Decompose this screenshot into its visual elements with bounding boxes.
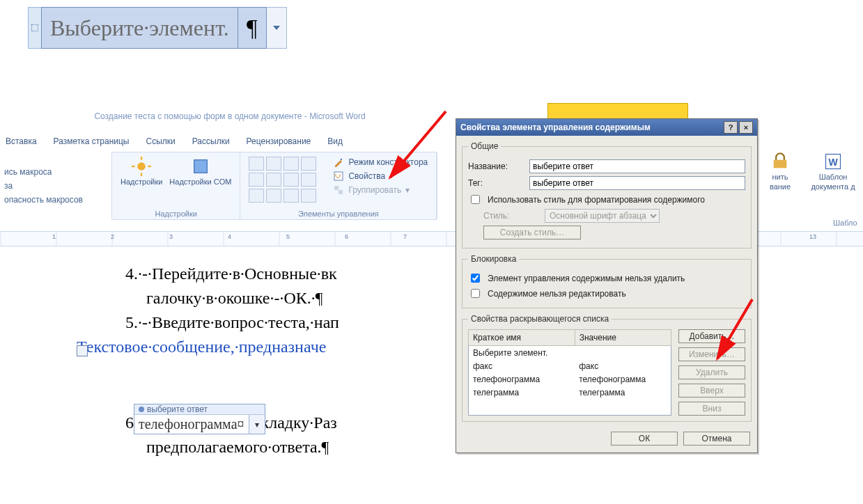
group-button: Группировать ▾ [333,184,428,196]
tab-insert[interactable]: Вставка [6,136,37,146]
answer-content-control[interactable]: выберите ответ телефонограмма¤ ▾ [134,404,265,434]
design-mode-icon [333,157,344,168]
com-addins-icon [191,157,210,176]
col-value[interactable]: Значение [575,330,671,346]
svg-rect-8 [334,186,339,190]
down-button: Вниз [678,402,745,416]
section-lock: Блокировка Элемент управления содержимым… [462,254,752,308]
control-tag[interactable]: выберите ответ [134,404,265,415]
ribbon-right-fragment: нить вание W Шаблон документа д [755,152,858,219]
protect-button-fragment[interactable]: нить вание [755,152,805,219]
lock-delete-checkbox[interactable] [471,274,480,283]
section-list-label: Свойства раскрывающегося списка [468,314,612,324]
svg-rect-9 [339,190,343,194]
delete-button: Удалить [678,365,745,379]
lock-delete-label: Элемент управления содержимым нельзя уда… [488,274,685,283]
controls-gallery[interactable] [249,157,316,203]
gear-icon [132,157,151,176]
style-select: Основной шрифт абзаца [545,209,660,223]
left-ribbon-fragment: ись макроса за опасность макросов [0,167,83,205]
table-row[interactable]: Выберите элемент. [469,345,671,359]
macro-pause-fragment[interactable]: за [4,181,83,191]
cancel-button[interactable]: Отмена [683,432,750,446]
tab-page-layout[interactable]: Разметка страницы [54,136,130,146]
control-tag-icon [139,407,144,412]
tag-input[interactable] [529,176,745,190]
dropdown-arrow[interactable] [267,7,287,49]
group-addins: Надстройки Надстройки COM Надстройки [112,152,240,219]
table-row[interactable]: телеграммателеграмма [469,386,671,400]
up-button: Вверх [678,384,745,397]
svg-rect-4 [148,166,152,167]
word-doc-icon: W [823,152,843,171]
group-label: Группировать [348,185,401,195]
drag-handle[interactable] [28,7,41,49]
placeholder-text[interactable]: Выберите·элемент. [41,7,238,49]
help-button[interactable]: ? [724,121,738,134]
anchor-icon [77,345,88,356]
template-button[interactable]: W Шаблон документа д [808,152,858,219]
protect-icon [770,152,790,171]
svg-rect-5 [194,160,208,173]
svg-rect-3 [132,166,135,167]
design-mode-button[interactable]: Режим конструктора [333,157,428,168]
macro-security-fragment[interactable]: опасность макросов [4,195,83,205]
properties-button[interactable]: Свойства [333,171,428,182]
properties-label: Свойства [348,171,385,181]
addins-label: Надстройки [120,178,162,186]
use-style-label: Использовать стиль для форматирования со… [488,195,705,205]
tab-references[interactable]: Ссылки [146,136,175,146]
content-control-preview: Выберите·элемент. ¶ [28,7,287,49]
svg-rect-2 [141,173,142,176]
properties-icon [333,171,344,182]
lock-edit-label: Содержимое нельзя редактировать [488,289,626,299]
tab-mailings[interactable]: Рассылки [192,136,230,146]
list-items-table[interactable]: Краткое имяЗначение Выберите элемент. фа… [468,329,671,416]
com-addins-label: Надстройки COM [169,178,231,186]
macro-record-fragment[interactable]: ись макроса [4,167,83,177]
control-value[interactable]: телефонограмма¤ [134,415,249,434]
pilcrow-icon: ¶ [238,7,267,49]
dialog-title: Свойства элемента управления содержимым [460,123,651,132]
svg-text:W: W [828,157,838,168]
group-icon [333,184,344,196]
group-addins-label: Надстройки [155,208,197,218]
section-general-label: Общие [468,141,501,151]
group-templates-label: Шабло [833,219,857,227]
tab-view[interactable]: Вид [327,136,343,146]
section-general: Общие Название: Тег: Использовать стиль … [462,141,752,249]
dropdown-arrow[interactable]: ▾ [249,415,265,434]
chevron-down-icon: ▾ [405,185,410,195]
addins-button[interactable]: Надстройки [120,157,162,186]
edit-button: Изменить… [678,347,745,361]
com-addins-button[interactable]: Надстройки COM [169,157,231,186]
ribbon: Надстройки Надстройки COM Надстройки Ре [111,152,437,220]
add-button[interactable]: Добавить… [678,329,745,343]
svg-rect-6 [341,159,342,160]
group-controls-label: Элементы управления [298,208,379,218]
name-label: Название: [468,162,522,171]
new-style-button: Создать стиль… [483,226,581,239]
svg-point-0 [137,162,146,171]
content-control-properties-dialog: Свойства элемента управления содержимым … [456,118,758,453]
name-input[interactable] [529,159,745,173]
group-controls: Режим конструктора Свойства Группировать… [240,152,437,219]
tab-review[interactable]: Рецензирование [247,136,311,146]
col-name[interactable]: Краткое имя [469,330,575,346]
design-mode-label: Режим конструктора [348,157,428,167]
section-list: Свойства раскрывающегося списка Краткое … [462,314,752,422]
close-button[interactable]: × [739,121,753,134]
section-lock-label: Блокировка [468,254,519,264]
svg-rect-1 [141,157,142,160]
dialog-titlebar[interactable]: Свойства элемента управления содержимым … [456,119,757,136]
ribbon-tabs: Вставка Разметка страницы Ссылки Рассылк… [0,136,343,146]
use-style-checkbox[interactable] [471,195,480,204]
window-title: Создание теста с помощью форм в одном до… [0,111,460,121]
svg-rect-10 [774,160,787,168]
style-label: Стиль: [483,211,538,221]
ok-button[interactable]: ОК [611,432,678,446]
table-row[interactable]: телефонограммателефонограмма [469,372,671,386]
table-row[interactable]: факсфакс [469,359,671,372]
tag-label: Тег: [468,178,522,188]
lock-edit-checkbox[interactable] [471,289,480,298]
